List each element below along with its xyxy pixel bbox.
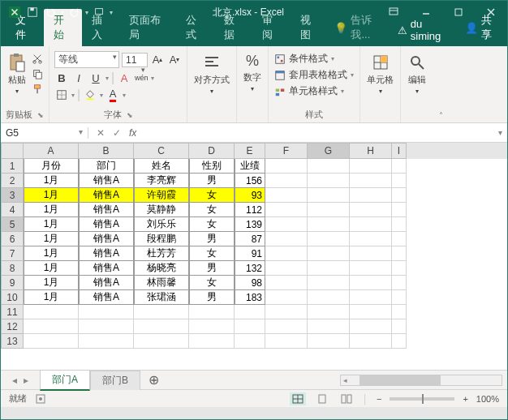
cell[interactable]: [308, 217, 350, 232]
cell[interactable]: [235, 305, 265, 319]
cell[interactable]: [308, 305, 350, 319]
cell[interactable]: 156: [235, 174, 265, 188]
cell[interactable]: [265, 188, 308, 203]
row-header-2[interactable]: 2: [1, 174, 24, 188]
font-name-combo[interactable]: 等线: [54, 51, 119, 68]
worksheet-grid[interactable]: ABCDEFGHI 1月份部门姓名性别业绩21月销售A李亮辉男15631月销售A…: [1, 143, 507, 370]
cell[interactable]: [350, 290, 392, 305]
cell[interactable]: 女: [189, 203, 235, 217]
alignment-button[interactable]: 对齐方式▾: [192, 51, 231, 96]
qat-customize-icon[interactable]: [92, 5, 106, 19]
table-format-button[interactable]: 套用表格格式▾: [273, 67, 355, 83]
cell[interactable]: 1月: [24, 290, 79, 305]
cell[interactable]: [235, 319, 265, 334]
row-header-9[interactable]: 9: [1, 276, 24, 290]
font-color-icon[interactable]: A: [105, 88, 120, 102]
redo-dropdown-icon[interactable]: ▾: [85, 9, 88, 16]
cell[interactable]: 1月: [24, 203, 79, 217]
cell[interactable]: [189, 305, 235, 319]
cell[interactable]: [265, 232, 308, 246]
close-icon[interactable]: [475, 1, 507, 24]
cell[interactable]: 莫静静: [134, 203, 189, 217]
macro-record-icon[interactable]: [35, 393, 46, 405]
cell[interactable]: [308, 276, 350, 290]
col-header-H[interactable]: H: [350, 143, 392, 159]
header-cell[interactable]: 部门: [79, 159, 134, 174]
copy-icon[interactable]: [32, 68, 43, 79]
cell[interactable]: [350, 232, 392, 246]
col-header-A[interactable]: A: [24, 143, 79, 159]
row-header-10[interactable]: 10: [1, 290, 24, 305]
cell[interactable]: [24, 305, 79, 319]
cell[interactable]: [24, 319, 79, 334]
bold-button[interactable]: B: [54, 71, 69, 85]
cell[interactable]: [392, 217, 407, 232]
cell[interactable]: 女: [189, 188, 235, 203]
cell[interactable]: 1月: [24, 188, 79, 203]
font-size-combo[interactable]: 11: [122, 53, 148, 67]
cell[interactable]: [392, 203, 407, 217]
last-sheet-icon[interactable]: ▸: [24, 375, 28, 386]
cell[interactable]: 87: [235, 232, 265, 246]
cell[interactable]: 男: [189, 290, 235, 305]
header-cell[interactable]: 业绩: [235, 159, 265, 174]
cell[interactable]: 132: [235, 261, 265, 276]
cell[interactable]: 销售A: [79, 246, 134, 261]
cell[interactable]: 张珺涵: [134, 290, 189, 305]
cell[interactable]: [392, 174, 407, 188]
cell[interactable]: [308, 290, 350, 305]
cancel-formula-icon[interactable]: ✕: [97, 127, 105, 139]
phonetic-dropdown-icon[interactable]: ▾: [151, 75, 154, 82]
row-header-7[interactable]: 7: [1, 246, 24, 261]
cell[interactable]: [350, 203, 392, 217]
minimize-icon[interactable]: [410, 1, 442, 24]
zoom-out-icon[interactable]: −: [377, 394, 381, 404]
zoom-level[interactable]: 100%: [476, 394, 499, 404]
select-all-corner[interactable]: [1, 143, 24, 159]
first-sheet-icon[interactable]: ◂: [12, 375, 17, 386]
cell[interactable]: 销售A: [79, 188, 134, 203]
cell[interactable]: [308, 188, 350, 203]
font-color-a-icon[interactable]: A: [117, 71, 131, 85]
row-header-6[interactable]: 6: [1, 232, 24, 246]
border-dropdown-icon[interactable]: ▾: [71, 92, 75, 99]
header-cell[interactable]: 姓名: [134, 159, 189, 174]
cell[interactable]: [350, 246, 392, 261]
underline-button[interactable]: U: [88, 71, 103, 85]
decrease-font-icon[interactable]: A▾: [167, 53, 182, 67]
cell[interactable]: 林雨馨: [134, 276, 189, 290]
cell[interactable]: 男: [189, 232, 235, 246]
cell[interactable]: 销售A: [79, 203, 134, 217]
underline-dropdown-icon[interactable]: ▾: [105, 75, 109, 82]
conditional-format-button[interactable]: 条件格式▾: [273, 51, 355, 66]
col-header-E[interactable]: E: [235, 143, 265, 159]
cell[interactable]: [350, 159, 392, 174]
col-header-B[interactable]: B: [79, 143, 134, 159]
qat-more-icon[interactable]: ▾: [110, 9, 113, 16]
expand-formula-icon[interactable]: ▾: [493, 128, 507, 137]
cell[interactable]: 139: [235, 217, 265, 232]
page-break-view-icon[interactable]: [338, 392, 355, 405]
cell[interactable]: [308, 159, 350, 174]
cell[interactable]: [24, 334, 79, 349]
cell[interactable]: [134, 334, 189, 349]
dialog-launcher-icon[interactable]: ⬊: [127, 111, 133, 119]
cell[interactable]: [265, 246, 308, 261]
format-painter-icon[interactable]: [32, 84, 43, 95]
sheet-tab-b[interactable]: 部门B: [90, 371, 140, 390]
cell[interactable]: [265, 290, 308, 305]
cell[interactable]: 销售A: [79, 217, 134, 232]
cell[interactable]: [308, 203, 350, 217]
cell[interactable]: 女: [189, 246, 235, 261]
cell[interactable]: 91: [235, 246, 265, 261]
cell[interactable]: [79, 305, 134, 319]
cell[interactable]: 1月: [24, 261, 79, 276]
increase-font-icon[interactable]: A▴: [150, 53, 165, 67]
cell[interactable]: [265, 217, 308, 232]
cut-icon[interactable]: [32, 53, 43, 64]
cell[interactable]: [392, 261, 407, 276]
cell[interactable]: 许朝霞: [134, 188, 189, 203]
cell[interactable]: 刘乐乐: [134, 217, 189, 232]
cell[interactable]: 销售A: [79, 174, 134, 188]
border-button[interactable]: [54, 88, 69, 102]
